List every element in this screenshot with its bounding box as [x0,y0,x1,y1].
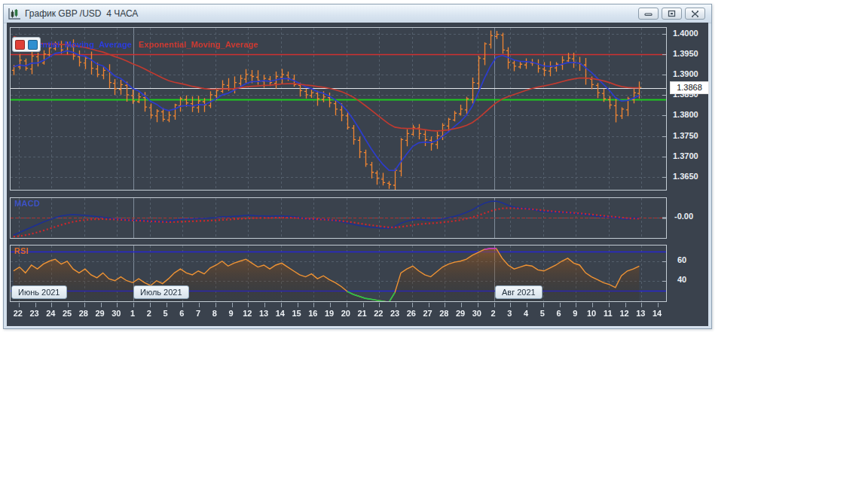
price-chart-panel: Exponential_Moving_Average Exponential_M… [10,27,667,191]
close-icon [691,11,699,17]
date-tick-label: 27 [420,309,436,318]
date-tick-label: 7 [190,309,206,318]
month-label-july: Июль 2021 [133,285,189,299]
date-tick-label: 8 [206,309,223,318]
blue-series-chip[interactable] [28,40,38,50]
close-button[interactable] [685,8,705,20]
chart-client-area: Exponential_Moving_Average Exponential_M… [7,23,708,326]
date-tick-label: 16 [304,309,321,318]
restore-button[interactable] [662,8,682,20]
title-bar[interactable]: График GBP /USD 4 ЧАСА [4,5,711,23]
date-tick-label: 2 [141,309,157,318]
date-tick-label: 23 [387,309,403,318]
date-tick-label: 5 [534,309,551,318]
red-series-chip[interactable] [15,40,25,50]
date-tick-label: 25 [59,309,75,318]
date-tick-label: 30 [469,309,485,318]
month-label-june: Июнь 2021 [11,285,67,299]
price-tick-label: 1.3700 [673,151,709,161]
candlestick-chart-icon [8,8,21,20]
date-tick-label: 14 [649,309,665,318]
date-tick-label: 6 [173,309,190,318]
date-tick-label: 12 [616,309,633,318]
price-tick-label: 1.3650 [673,171,709,181]
date-tick-label: 1 [124,309,141,318]
rsi-axis-label-60: 60 [677,255,686,264]
rsi-panel: RSI [10,245,667,302]
price-tick-label: 1.3900 [673,69,709,79]
date-tick-label: 28 [436,309,452,318]
restore-icon [668,10,676,17]
date-tick-label: 6 [551,309,567,318]
date-tick-label: 24 [42,309,59,318]
rsi-canvas[interactable] [11,246,666,301]
month-label-august: Авг 2021 [495,285,542,299]
date-tick-label: 30 [108,309,124,318]
date-tick-label: 26 [403,309,420,318]
date-tick-label: 14 [272,309,289,318]
date-tick-label: 9 [567,309,583,318]
date-tick-label: 13 [255,309,272,318]
date-tick-label: 29 [92,309,108,318]
x-axis-tick-strip [10,303,667,307]
rsi-panel-label: RSI [14,246,29,255]
date-tick-label: 21 [354,309,371,318]
date-tick-label: 19 [321,309,338,318]
price-tick-label: 1.3950 [673,48,709,59]
date-tick-label: 9 [223,309,240,318]
date-tick-label: 13 [632,309,649,318]
date-tick-label: 10 [583,309,600,318]
chart-window: График GBP /USD 4 ЧАСА Exponential_Movin… [3,4,712,329]
date-tick-label: 22 [370,309,387,318]
date-tick-label: 20 [338,309,354,318]
date-tick-label: 28 [75,309,92,318]
minimize-icon [644,11,653,17]
date-tick-label: 2 [485,309,502,318]
date-tick-label: 22 [10,309,26,318]
rsi-axis-label-40: 40 [677,275,686,284]
current-price-tag: 1.3868 [670,81,709,94]
window-title: График GBP /USD 4 ЧАСА [25,8,138,19]
macd-panel-label: MACD [14,199,40,208]
macd-canvas[interactable] [11,198,666,238]
date-tick-label: 15 [289,309,305,318]
macd-panel: MACD [10,197,667,239]
macd-axis-label: -0.00 [674,212,693,221]
price-chart-canvas[interactable] [11,28,666,190]
minimize-button[interactable] [638,8,659,20]
date-tick-label: 23 [26,309,43,318]
date-tick-label: 3 [501,309,518,318]
date-tick-label: 11 [600,309,616,318]
date-tick-label: 12 [239,309,255,318]
ema-slow-legend-label: Exponential_Moving_Average [139,40,258,49]
date-tick-label: 29 [452,309,469,318]
price-tick-label: 1.3800 [673,109,709,120]
price-tick-label: 1.4000 [673,28,709,38]
legend-chip-box [12,37,41,52]
date-tick-label: 4 [518,309,534,318]
price-tick-label: 1.3750 [673,130,709,141]
date-tick-label: 5 [157,309,174,318]
